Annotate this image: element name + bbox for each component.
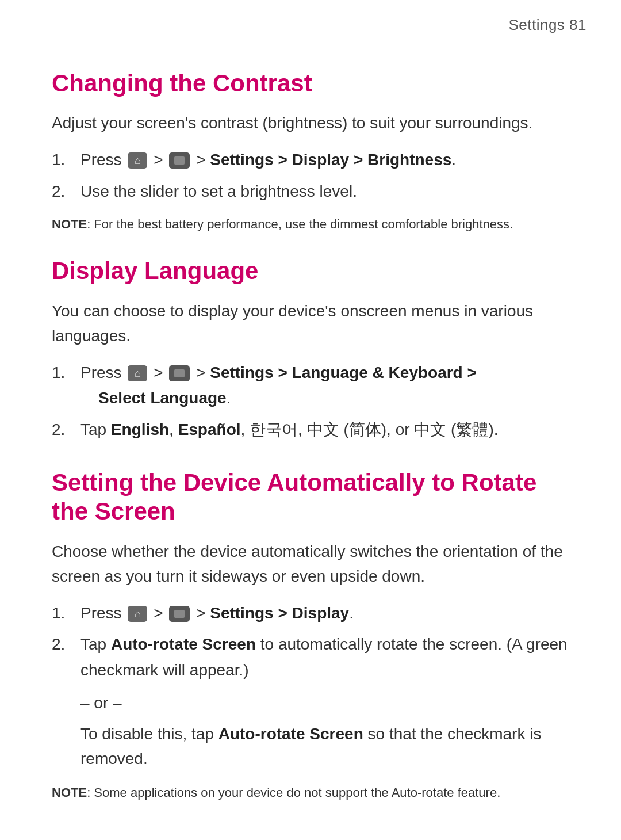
menu-icon-rotate <box>169 606 190 622</box>
step-number-2-rotate: 2. <box>52 632 80 658</box>
step-2-contrast: 2. Use the slider to set a brightness le… <box>52 179 569 205</box>
step-number-1-rotate: 1. <box>52 601 80 627</box>
step-number-2: 2. <box>52 179 80 205</box>
step-content-2-rotate: Tap Auto-rotate Screen to automatically … <box>80 632 569 684</box>
note-contrast: NOTE: For the best battery performance, … <box>52 215 569 234</box>
section-changing-contrast: Changing the Contrast Adjust your screen… <box>52 69 569 234</box>
intro-changing-contrast: Adjust your screen's contrast (brightnes… <box>52 110 569 135</box>
or-content: To disable this, tap Auto-rotate Screen … <box>80 721 569 772</box>
step-content-2: Use the slider to set a brightness level… <box>80 179 569 205</box>
menu-icon-lang <box>169 365 190 381</box>
step-content-2-lang: Tap English, Español, 한국어, 中文 (简体), or 中… <box>80 417 569 443</box>
page-content: Changing the Contrast Adjust your screen… <box>0 40 621 840</box>
intro-auto-rotate: Choose whether the device automatically … <box>52 539 569 589</box>
note-label-contrast: NOTE <box>52 217 87 231</box>
page-container: Settings 81 Changing the Contrast Adjust… <box>0 0 621 840</box>
step-1-language: 1. Press > > Settings > Language & Keybo… <box>52 360 569 412</box>
menu-icon <box>169 152 190 169</box>
step-number-2-lang: 2. <box>52 417 80 443</box>
step-number-1-lang: 1. <box>52 360 80 386</box>
steps-changing-contrast: 1. Press > > Settings > Display > Bright… <box>52 147 569 205</box>
step-2-language: 2. Tap English, Español, 한국어, 中文 (简体), o… <box>52 417 569 443</box>
section-display-language: Display Language You can choose to displ… <box>52 257 569 443</box>
steps-display-language: 1. Press > > Settings > Language & Keybo… <box>52 360 569 443</box>
step-content-1-lang: Press > > Settings > Language & Keyboard… <box>80 360 569 412</box>
step-1-rotate: 1. Press > > Settings > Display. <box>52 601 569 627</box>
home-icon <box>128 152 147 169</box>
or-divider: – or – <box>80 694 569 712</box>
section-auto-rotate: Setting the Device Automatically to Rota… <box>52 468 569 802</box>
home-icon-rotate <box>128 606 147 622</box>
step-content-1: Press > > Settings > Display > Brightnes… <box>80 147 569 173</box>
intro-display-language: You can choose to display your device's … <box>52 299 569 349</box>
home-icon-lang <box>128 365 147 381</box>
page-number: Settings 81 <box>508 16 586 34</box>
heading-changing-contrast: Changing the Contrast <box>52 69 569 98</box>
or-section: – or – To disable this, tap Auto-rotate … <box>52 694 569 772</box>
step-2-rotate: 2. Tap Auto-rotate Screen to automatical… <box>52 632 569 684</box>
step-number-1: 1. <box>52 147 80 173</box>
heading-display-language: Display Language <box>52 257 569 285</box>
step-1-contrast: 1. Press > > Settings > Display > Bright… <box>52 147 569 173</box>
step-content-1-rotate: Press > > Settings > Display. <box>80 601 569 627</box>
note-auto-rotate: NOTE: Some applications on your device d… <box>52 783 569 802</box>
steps-auto-rotate: 1. Press > > Settings > Display. 2. Tap … <box>52 601 569 684</box>
heading-auto-rotate: Setting the Device Automatically to Rota… <box>52 468 569 526</box>
note-label-rotate: NOTE <box>52 785 87 800</box>
page-header: Settings 81 <box>0 0 621 40</box>
